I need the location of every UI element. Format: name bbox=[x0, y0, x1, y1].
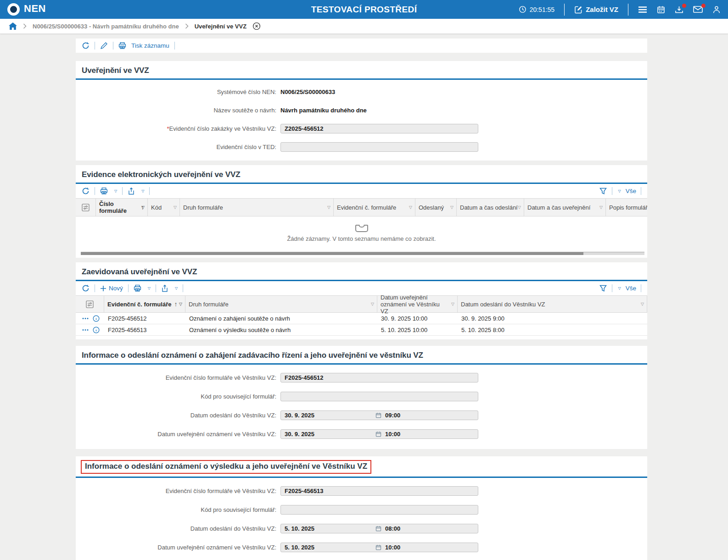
empty-state: Žádné záznamy. V tomto seznamu nemáme co… bbox=[76, 216, 647, 250]
nen-logo[interactable]: NEN Zadavatel bbox=[7, 3, 46, 16]
empty-state-text: Žádné záznamy. V tomto seznamu nemáme co… bbox=[287, 235, 436, 242]
field-published-date: Datum uveřejnění oznámení ve Věstníku VZ… bbox=[76, 538, 647, 557]
calendar-icon[interactable] bbox=[375, 431, 381, 437]
column-header[interactable]: Evidenční č. formuláře↑▽ bbox=[104, 295, 185, 313]
column-filter-icon[interactable]: ▽ bbox=[141, 204, 145, 211]
print-dropdown-icon[interactable]: ▽ bbox=[114, 189, 117, 193]
column-header[interactable]: Druh formuláře▽ bbox=[180, 198, 334, 216]
column-filter-icon[interactable]: ▽ bbox=[179, 301, 182, 308]
breadcrumb-item-current: Uveřejnění ve VVZ bbox=[195, 23, 246, 30]
nen-logo-icon bbox=[7, 3, 20, 16]
chevron-right-icon bbox=[23, 23, 27, 29]
clock-widget: 20:51:55 bbox=[519, 6, 555, 13]
print-icon[interactable] bbox=[134, 284, 141, 292]
refresh-icon[interactable] bbox=[82, 42, 90, 50]
published-date-input[interactable]: 5. 10. 2025 10:00 bbox=[280, 543, 478, 552]
field-form-number: Evidenční číslo formuláře vě Věstníku VZ… bbox=[76, 482, 647, 500]
filter-funnel-icon[interactable] bbox=[599, 284, 607, 293]
filter-funnel-icon[interactable] bbox=[599, 187, 607, 195]
export-dropdown-icon[interactable]: ▽ bbox=[175, 286, 178, 290]
filter-all-dropdown-icon[interactable]: ▽ bbox=[618, 286, 621, 290]
section-evidence: Evidence elektronických uveřejnění ve VV… bbox=[76, 165, 647, 258]
column-filter-icon[interactable]: ▽ bbox=[371, 301, 374, 308]
home-icon[interactable] bbox=[9, 22, 17, 30]
column-filter-icon[interactable]: ▽ bbox=[641, 301, 644, 308]
form-number-input[interactable]: F2025-456512 bbox=[280, 373, 478, 383]
filter-all-dropdown-icon[interactable]: ▽ bbox=[618, 189, 621, 193]
table-row[interactable]: F2025-456513 Oznámení o výsledku soutěže… bbox=[76, 324, 647, 336]
section-result-info: Informace o odeslání oznámení o výsledku… bbox=[76, 456, 647, 560]
calendar-icon[interactable] bbox=[375, 412, 381, 418]
sort-asc-icon[interactable]: ↑ bbox=[174, 301, 177, 308]
sent-date-input[interactable]: 30. 9. 2025 09:00 bbox=[280, 410, 478, 420]
system-number-value: N006/25/S00000633 bbox=[280, 89, 335, 95]
add-new-button[interactable]: Nový bbox=[100, 285, 123, 292]
downloads-button[interactable] bbox=[675, 6, 683, 14]
menu-hamburger-icon[interactable] bbox=[638, 6, 647, 13]
user-profile-icon[interactable] bbox=[712, 6, 721, 14]
row-info-icon[interactable] bbox=[93, 315, 100, 322]
column-filter-icon[interactable]: ▽ bbox=[409, 204, 412, 211]
breadcrumb-item-record[interactable]: N006/25/S00000633 - Návrh památníku druh… bbox=[33, 23, 179, 30]
column-settings-button[interactable] bbox=[76, 198, 96, 216]
column-header[interactable]: Evidenční č. formuláře▽ bbox=[334, 198, 415, 216]
messages-button[interactable] bbox=[693, 6, 703, 13]
section-title: Informace o odeslání oznámení o zahájení… bbox=[76, 346, 647, 363]
calendar-icon[interactable] bbox=[375, 526, 381, 532]
print-icon[interactable] bbox=[100, 187, 108, 195]
vvz-number-input[interactable]: Z2025-456512 bbox=[280, 124, 478, 133]
evidence-toolbar: ▽ ▽ ▽ Vše bbox=[76, 184, 647, 198]
close-tab-icon[interactable] bbox=[252, 22, 261, 30]
filter-all-label[interactable]: Vše bbox=[626, 188, 636, 194]
column-header[interactable]: Popis formuláře bbox=[606, 198, 647, 216]
column-filter-icon[interactable]: ▽ bbox=[327, 204, 330, 211]
column-header[interactable]: Datum odeslání do Věstníku VZ▽ bbox=[458, 295, 647, 313]
header-divider bbox=[628, 4, 628, 16]
column-header[interactable]: Druh formuláře▽ bbox=[185, 295, 377, 313]
add-new-label[interactable]: Nový bbox=[109, 285, 123, 292]
column-settings-button[interactable] bbox=[76, 295, 104, 313]
column-filter-icon[interactable]: ▽ bbox=[450, 204, 454, 211]
create-vz-button[interactable]: Založit VZ bbox=[574, 6, 618, 14]
header-divider bbox=[564, 4, 565, 16]
cell-form-type: Oznámení o výsledku soutěže o návrh bbox=[185, 327, 377, 333]
sent-date-input[interactable]: 5. 10. 2025 08:00 bbox=[280, 524, 478, 533]
print-icon[interactable] bbox=[118, 42, 126, 50]
refresh-icon[interactable] bbox=[82, 187, 90, 195]
horizontal-scrollbar[interactable] bbox=[81, 252, 644, 255]
ted-number-input[interactable] bbox=[280, 142, 478, 152]
export-icon[interactable] bbox=[161, 284, 168, 292]
row-info-icon[interactable] bbox=[93, 327, 100, 333]
row-menu-icon[interactable] bbox=[82, 317, 89, 320]
scrollbar-thumb[interactable] bbox=[81, 252, 583, 255]
column-filter-icon[interactable]: ▽ bbox=[599, 204, 603, 211]
export-dropdown-icon[interactable]: ▽ bbox=[141, 189, 144, 193]
column-header[interactable]: Datum a čas uveřejnění▽ bbox=[524, 198, 606, 216]
print-dropdown-icon[interactable]: ▽ bbox=[148, 286, 151, 290]
edit-pencil-icon[interactable] bbox=[100, 42, 108, 50]
filter-all-label[interactable]: Vše bbox=[626, 285, 636, 292]
section-publication: Uveřejnění ve VVZ Systémové číslo NEN: N… bbox=[76, 61, 647, 161]
column-header[interactable]: Kód▽ bbox=[148, 198, 180, 216]
related-code-input[interactable] bbox=[280, 505, 478, 515]
row-menu-icon[interactable] bbox=[82, 329, 89, 331]
column-header[interactable]: Datum a čas odeslání▽ bbox=[457, 198, 524, 216]
calendar-icon[interactable] bbox=[657, 6, 665, 14]
export-icon[interactable] bbox=[128, 187, 135, 195]
refresh-icon[interactable] bbox=[82, 284, 90, 292]
published-date-input[interactable]: 30. 9. 2025 10:00 bbox=[280, 429, 478, 439]
column-filter-icon[interactable]: ▽ bbox=[174, 204, 177, 211]
field-related-code: Kód pro související formulář: bbox=[76, 500, 647, 519]
section-title-highlighted: Informace o odeslání oznámení o výsledku… bbox=[81, 460, 371, 474]
column-header[interactable]: Číslo formuláře↑▽ bbox=[96, 198, 148, 216]
form-number-input[interactable]: F2025-456513 bbox=[280, 486, 478, 496]
column-filter-icon[interactable]: ▽ bbox=[518, 204, 521, 211]
column-header[interactable]: Datum uveřejnění oznámení ve Věstníku VZ… bbox=[377, 295, 458, 313]
related-code-input[interactable] bbox=[280, 392, 478, 401]
table-row[interactable]: F2025-456512 Oznámení o zahájení soutěže… bbox=[76, 313, 647, 324]
calendar-icon[interactable] bbox=[375, 544, 381, 550]
field-related-code: Kód pro související formulář: bbox=[76, 387, 647, 406]
column-header[interactable]: Odeslaný▽ bbox=[415, 198, 457, 216]
print-record-label[interactable]: Tisk záznamu bbox=[131, 42, 169, 49]
column-filter-icon[interactable]: ▽ bbox=[451, 301, 454, 308]
